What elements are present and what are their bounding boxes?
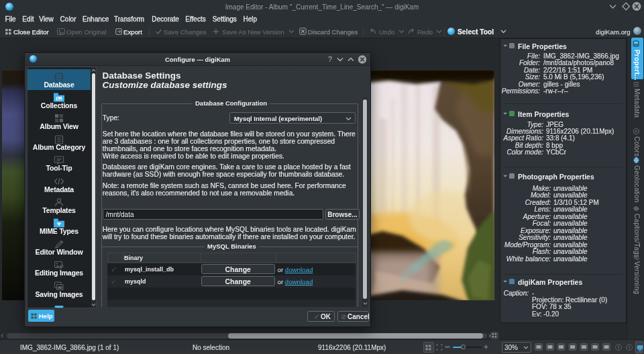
- svg-text:?: ?: [328, 55, 332, 63]
